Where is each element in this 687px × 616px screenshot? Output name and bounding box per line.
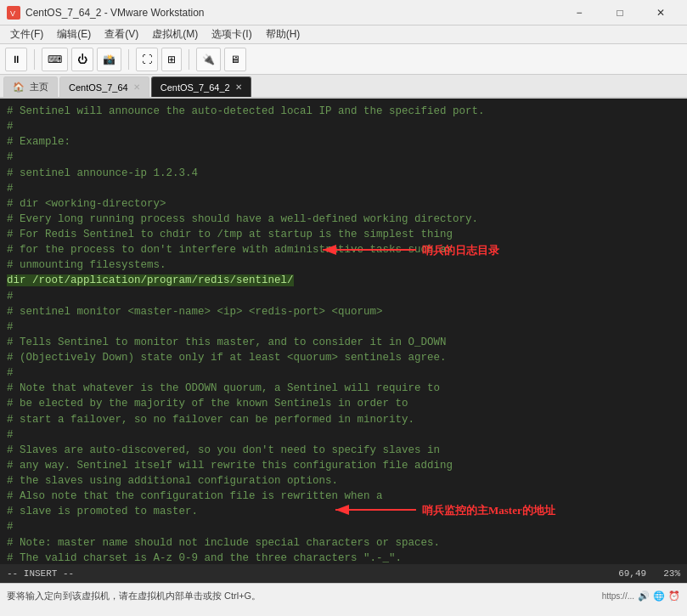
tray-clock: ⏰ bbox=[668, 591, 680, 602]
bottom-bar: 要将输入定向到该虚拟机，请在虚拟机内部单击或按 Ctrl+G。 https://… bbox=[0, 583, 687, 608]
home-icon: 🏠 bbox=[13, 82, 25, 93]
terminal-line: # bbox=[7, 150, 680, 165]
tray-network-icon: 🌐 bbox=[653, 591, 665, 602]
snapshot-icon: 📸 bbox=[103, 54, 115, 65]
window-title: CentOS_7_64_2 - VMware Workstation bbox=[25, 7, 560, 19]
toolbar: ⏸ ⌨ ⏻ 📸 ⛶ ⊞ 🔌 🖥 bbox=[0, 44, 687, 75]
toolbar-pause[interactable]: ⏸ bbox=[5, 48, 27, 71]
close-button[interactable]: ✕ bbox=[641, 0, 680, 25]
terminal-line: # For Redis Sentinel to chdir to /tmp at… bbox=[7, 227, 680, 242]
terminal-line: # unmounting filesystems. bbox=[7, 257, 680, 273]
menu-bar: 文件(F) 编辑(E) 查看(V) 虚拟机(M) 选项卡(I) 帮助(H) bbox=[0, 25, 687, 44]
toolbar-fullscreen[interactable]: ⛶ bbox=[136, 48, 158, 71]
tab-centos-close-2[interactable]: ✕ bbox=[235, 82, 242, 92]
tray-volume-icon: 🔊 bbox=[638, 591, 650, 602]
toolbar-send-ctrl-alt-del[interactable]: ⌨ bbox=[42, 48, 68, 71]
tab-home[interactable]: 🏠 主页 bbox=[3, 76, 58, 97]
tabs-bar: 🏠 主页 CentOS_7_64 ✕ CentOS_7_64_2 ✕ bbox=[0, 75, 687, 99]
sys-tray: https://... 🔊 🌐 ⏰ bbox=[602, 591, 680, 602]
toolbar-sep-3 bbox=[189, 49, 189, 70]
menu-help[interactable]: 帮助(H) bbox=[259, 25, 307, 43]
tab-centos-7-64-2[interactable]: CentOS_7_64_2 ✕ bbox=[151, 76, 251, 97]
terminal-line: # bbox=[7, 119, 680, 134]
terminal-line: # bbox=[7, 427, 680, 443]
pause-icon: ⏸ bbox=[11, 54, 21, 65]
terminal-line: # any way. Sentinel itself will rewrite … bbox=[7, 458, 680, 473]
terminal-line: # Note: master name should not include s… bbox=[7, 535, 680, 551]
terminal-line: # Example: bbox=[7, 134, 680, 150]
terminal-line: # Every long running process should have… bbox=[7, 212, 680, 227]
toolbar-snapshot[interactable]: 📸 bbox=[97, 48, 121, 71]
power-icon: ⏻ bbox=[77, 54, 87, 65]
scroll-percent: 23% bbox=[663, 568, 680, 579]
tab-centos-label-2: CentOS_7_64_2 bbox=[160, 82, 230, 93]
terminal-line: # bbox=[7, 181, 680, 196]
toolbar-power[interactable]: ⏻ bbox=[71, 48, 93, 71]
tray-url: https://... bbox=[602, 591, 634, 601]
terminal-line: # be elected by the majority of the know… bbox=[7, 396, 680, 411]
menu-tabs[interactable]: 选项卡(I) bbox=[205, 25, 258, 43]
terminal-line: dir /root/application/program/redis/sent… bbox=[7, 273, 680, 288]
tab-centos-label-1: CentOS_7_64 bbox=[69, 82, 128, 93]
terminal-line: # bbox=[7, 319, 680, 335]
svg-text:V: V bbox=[10, 9, 15, 18]
terminal-line: # Sentinel will announce the auto-detect… bbox=[7, 104, 680, 119]
minimize-button[interactable]: − bbox=[560, 0, 599, 25]
terminal[interactable]: # Sentinel will announce the auto-detect… bbox=[0, 99, 687, 564]
tab-centos-close-1[interactable]: ✕ bbox=[133, 82, 140, 92]
terminal-line: # The valid charset is A-z 0-9 and the t… bbox=[7, 551, 680, 564]
terminal-line: # sentinel monitor <master-name> <ip> <r… bbox=[7, 304, 680, 319]
maximize-button[interactable]: □ bbox=[600, 0, 639, 25]
terminal-line: # (Objectively Down) state only if at le… bbox=[7, 350, 680, 365]
menu-edit[interactable]: 编辑(E) bbox=[50, 25, 98, 43]
usb-icon: 🔌 bbox=[202, 54, 215, 65]
terminal-line: # the slaves using additional configurat… bbox=[7, 473, 680, 489]
terminal-line: # bbox=[7, 365, 680, 381]
terminal-line: # Tells Sentinel to monitor this master,… bbox=[7, 335, 680, 350]
terminal-line: # dir <working-directory> bbox=[7, 196, 680, 212]
terminal-line: # sentinel announce-ip 1.2.3.4 bbox=[7, 166, 680, 181]
keyboard-icon: ⌨ bbox=[48, 54, 62, 65]
toolbar-unity[interactable]: ⊞ bbox=[161, 48, 182, 71]
cursor-position: 69,49 bbox=[618, 568, 646, 579]
app-icon: V bbox=[7, 6, 20, 20]
terminal-line: # slave is promoted to master. bbox=[7, 504, 680, 519]
vim-mode: -- INSERT -- bbox=[7, 568, 74, 579]
toolbar-display[interactable]: 🖥 bbox=[224, 48, 246, 71]
terminal-line: # for the process to don't interfere wit… bbox=[7, 242, 680, 257]
terminal-container: # Sentinel will announce the auto-detect… bbox=[0, 99, 687, 564]
display-icon: 🖥 bbox=[230, 54, 240, 65]
terminal-line: # start a failover, so no failover can b… bbox=[7, 412, 680, 427]
terminal-line: # bbox=[7, 289, 680, 304]
terminal-line: # Slaves are auto-discovered, so you don… bbox=[7, 443, 680, 458]
window-controls: − □ ✕ bbox=[560, 0, 680, 25]
toolbar-usb[interactable]: 🔌 bbox=[196, 48, 221, 71]
toolbar-sep-1 bbox=[34, 49, 35, 70]
fullscreen-icon: ⛶ bbox=[142, 54, 152, 65]
unity-icon: ⊞ bbox=[167, 54, 176, 65]
tab-home-label: 主页 bbox=[30, 81, 48, 93]
tab-centos-7-64[interactable]: CentOS_7_64 ✕ bbox=[59, 76, 149, 97]
status-bar: -- INSERT --69,4923% bbox=[0, 564, 687, 583]
menu-file[interactable]: 文件(F) bbox=[3, 25, 50, 43]
menu-view[interactable]: 查看(V) bbox=[98, 25, 145, 43]
terminal-line: # bbox=[7, 519, 680, 534]
terminal-line: # Also note that the configuration file … bbox=[7, 489, 680, 504]
terminal-line: # Note that whatever is the ODOWN quorum… bbox=[7, 381, 680, 396]
toolbar-sep-2 bbox=[128, 49, 129, 70]
menu-vm[interactable]: 虚拟机(M) bbox=[145, 25, 205, 43]
hint-text: 要将输入定向到该虚拟机，请在虚拟机内部单击或按 Ctrl+G。 bbox=[7, 590, 261, 602]
title-bar: V CentOS_7_64_2 - VMware Workstation − □… bbox=[0, 0, 687, 25]
